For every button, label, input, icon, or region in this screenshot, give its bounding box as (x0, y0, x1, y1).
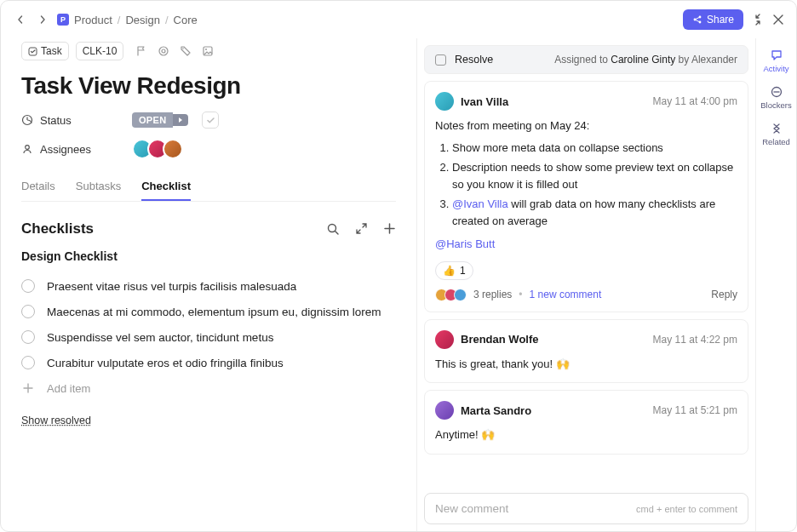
chat-icon (770, 49, 783, 62)
checklist-item-text: Maecenas at mi commodo, elementum ipsum … (47, 306, 381, 318)
breadcrumb-item[interactable]: Product (74, 14, 112, 26)
related-icon (770, 122, 783, 135)
resolve-checkbox[interactable] (435, 54, 446, 66)
comment-time: May 11 at 4:22 pm (653, 334, 737, 346)
add-item-button[interactable]: Add item (21, 375, 396, 401)
reply-link[interactable]: Reply (711, 289, 737, 300)
thread-avatars[interactable] (435, 289, 467, 301)
comment-author[interactable]: Brendan Wolfe (461, 333, 539, 346)
comment-author[interactable]: Ivan Villa (461, 95, 508, 108)
resolve-label[interactable]: Resolve (455, 54, 493, 66)
reaction-chip[interactable]: 👍 1 (435, 261, 473, 280)
mention-link[interactable]: @Ivan Villa (452, 197, 508, 210)
new-comment-input[interactable]: cmd + enter to comment (424, 493, 748, 524)
tab-checklist[interactable]: Checklist (141, 173, 191, 201)
checklist-item[interactable]: Suspendisse vel sem auctor, tincidunt me… (21, 324, 396, 350)
sidebar-blockers[interactable]: Blockers (760, 85, 791, 110)
breadcrumb-sep: / (118, 14, 121, 26)
target-icon[interactable] (158, 45, 169, 57)
svg-point-10 (26, 146, 30, 150)
collapse-icon[interactable] (752, 14, 764, 26)
svg-point-5 (162, 49, 165, 53)
avatar[interactable] (163, 139, 183, 159)
assignees-property-label: Assignees (21, 143, 123, 156)
comment-author[interactable]: Marta Sandro (461, 404, 531, 417)
workspace-icon: P (57, 14, 69, 26)
sidebar-activity[interactable]: Activity (763, 49, 788, 73)
reaction-count: 1 (460, 265, 466, 277)
task-icon (28, 47, 37, 56)
svg-point-4 (159, 47, 168, 55)
assignees-avatars[interactable] (132, 139, 183, 159)
checklist-item-text: Praesent vitae risus vel turpis facilisi… (47, 280, 296, 293)
checkbox-circle[interactable] (21, 279, 35, 293)
checklist-item[interactable]: Maecenas at mi commodo, elementum ipsum … (21, 299, 396, 324)
status-dropdown[interactable] (173, 114, 188, 126)
checklist-group-title: Design Checklist (21, 249, 396, 263)
sidebar-label: Activity (763, 64, 788, 73)
task-type-label: Task (41, 45, 62, 57)
breadcrumb-item[interactable]: Design (125, 14, 159, 26)
avatar[interactable] (435, 92, 454, 111)
svg-point-6 (183, 48, 185, 49)
new-comments-link[interactable]: 1 new comment (530, 289, 602, 300)
sidebar-related[interactable]: Related (762, 122, 790, 146)
share-button[interactable]: Share (683, 9, 743, 30)
comment: Marta Sandro May 11 at 5:21 pm Anytime! … (424, 390, 748, 455)
flag-icon[interactable] (135, 45, 147, 57)
checkbox-circle[interactable] (21, 305, 35, 318)
complete-checkbox[interactable] (202, 112, 219, 129)
checklist-item[interactable]: Curabitur vulputate eros et odio fringil… (21, 350, 396, 375)
plus-icon (21, 381, 35, 395)
nav-back[interactable] (13, 12, 28, 27)
task-id-chip[interactable]: CLK-10 (76, 42, 124, 60)
svg-point-8 (205, 49, 207, 50)
search-icon[interactable] (326, 222, 340, 236)
tab-details[interactable]: Details (21, 173, 55, 201)
status-icon (21, 114, 33, 126)
checklist-item-text: Suspendisse vel sem auctor, tincidunt me… (47, 331, 273, 344)
resolve-bar: Resolve Assigned to Caroline Ginty by Al… (424, 45, 748, 74)
avatar[interactable] (435, 401, 454, 420)
status-value[interactable]: OPEN (132, 112, 173, 128)
comment-time: May 11 at 4:00 pm (653, 95, 737, 107)
avatar[interactable] (435, 330, 454, 349)
comment-body: This is great, thank you! 🙌 (435, 356, 737, 373)
comment: Ivan Villa May 11 at 4:00 pm Notes from … (424, 81, 748, 312)
share-button-label: Share (707, 14, 734, 26)
comment-body: Anytime! 🙌 (435, 426, 737, 443)
image-icon[interactable] (202, 45, 214, 57)
close-icon[interactable] (772, 14, 784, 26)
sidebar-label: Related (762, 137, 790, 146)
breadcrumb[interactable]: P Product / Design / Core (57, 14, 198, 26)
sidebar-label: Blockers (760, 100, 791, 110)
blockers-icon (770, 85, 783, 99)
add-checklist-icon[interactable] (383, 222, 396, 236)
section-title: Checklists (21, 220, 94, 237)
expand-icon[interactable] (355, 222, 368, 236)
checklist-item-text: Curabitur vulputate eros et odio fringil… (47, 357, 284, 369)
tag-icon[interactable] (180, 45, 192, 57)
reaction-emoji: 👍 (443, 265, 456, 277)
add-item-label: Add item (47, 382, 90, 395)
comment-time: May 11 at 5:21 pm (653, 404, 737, 416)
page-title: Task View Redesign (21, 72, 396, 100)
task-type-chip[interactable]: Task (21, 42, 69, 60)
checklist-item[interactable]: Praesent vitae risus vel turpis facilisi… (21, 273, 396, 299)
mention-link[interactable]: @Haris Butt (435, 237, 495, 250)
comment: Brendan Wolfe May 11 at 4:22 pm This is … (424, 319, 748, 384)
breadcrumb-item[interactable]: Core (174, 14, 198, 26)
checkbox-circle[interactable] (21, 330, 35, 344)
tab-subtasks[interactable]: Subtasks (76, 173, 121, 201)
resolve-assignment: Assigned to Caroline Ginty by Alexander (554, 54, 737, 66)
checkbox-circle[interactable] (21, 356, 35, 369)
status-property-label: Status (21, 114, 123, 127)
share-icon (692, 14, 702, 25)
replies-count[interactable]: 3 replies (473, 289, 512, 300)
person-icon (21, 143, 33, 155)
show-resolved-link[interactable]: Show resolved (21, 415, 396, 426)
nav-forward[interactable] (35, 12, 50, 27)
new-comment-field[interactable] (435, 502, 636, 515)
task-id-label: CLK-10 (83, 45, 118, 57)
breadcrumb-sep: / (165, 14, 169, 26)
